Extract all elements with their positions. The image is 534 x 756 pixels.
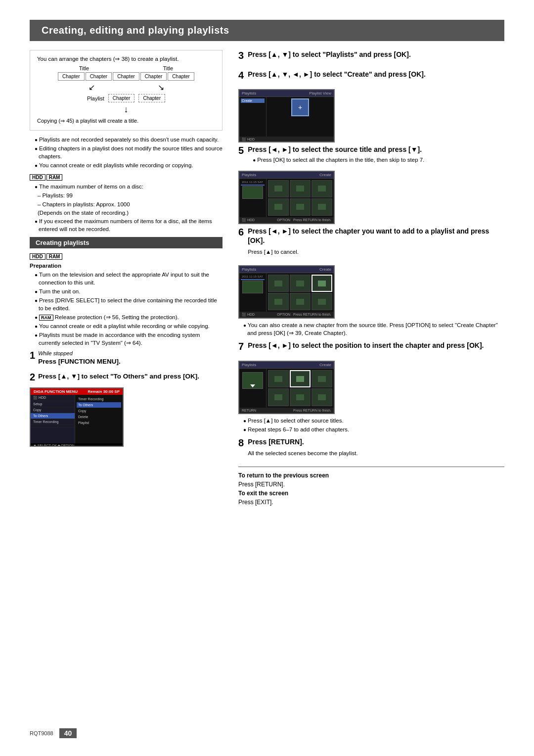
step-6-extra-notes: You can also create a new chapter from t… [238,321,504,337]
ram-badge: RAM [46,174,63,181]
step-6-text: Press [◄, ►] to select the chapter you w… [248,227,504,246]
ms-playlists-label: Playlists [242,91,256,95]
func-right-2: To Others [77,402,121,408]
step-7-note-1: Press [▲] to select other source titles. [243,417,504,425]
step-3-number: 3 [238,50,244,61]
notes-hdd-ram: The maximum number of items on a disc: –… [30,183,222,233]
function-menu-screen: DiGA FUNCTION MENU Remain 30:00 SP ⬛ HDD… [30,387,124,447]
step-8-text: Press [RETURN]. [248,437,504,447]
step-8-content: Press [RETURN]. All the selected scenes … [248,437,504,459]
ms-footer: ⬛ HDD [239,137,334,142]
step-6-extra-1: You can also create a new chapter from t… [243,321,504,337]
step-1-label: While stopped [38,350,222,356]
func-item-others: To Others [31,413,75,419]
diagram-intro: You can arrange the chapters (⇒ 38) to c… [37,55,215,62]
func-right-4: Delete [77,414,121,420]
ms-left-panel: Create [239,97,267,137]
ms5-thumb-2 [290,180,311,197]
hdd-badge-2: HDD [30,253,45,260]
section-creating-playlists: Creating playlists [30,237,222,248]
step-7: 7 Press [◄, ►] to select the position to… [238,341,504,353]
chapter-box-1: Chapter [58,72,85,81]
exit-text: Press [EXIT]. [238,499,273,506]
ms5-thumb-1 [268,180,289,197]
ms7-item-1 [241,370,265,371]
step-1-number: 1 [30,350,35,360]
diagram-arrows: ↙ ↘ [37,83,215,92]
ms5-header: Playlists Create [239,172,334,179]
func-item-copy: Copy [31,407,75,413]
func-menu-list: ⬛ HDD Setup Copy To Others Timer Recordi… [31,395,75,443]
ms7-thumb-5 [290,388,311,406]
ms6-header: Playlists Create [239,266,334,273]
func-right-1: Timer Recording [77,396,121,402]
step-7-number: 7 [238,341,244,352]
copy-text: Copying (⇒ 45) a playlist will create a … [37,118,215,124]
step-1-content: While stopped Press [FUNCTION MENU]. [38,350,222,367]
step-8-number: 8 [238,437,244,448]
func-right-3: Copy [77,408,121,414]
ms6-option: OPTION Press RETURN to finish. [277,313,331,317]
chapter-box-2: Chapter [86,72,112,81]
ms5-thumb-5 [290,198,311,216]
step-7-text: Press [◄, ►] to select the position to i… [248,341,504,351]
ram-badge-2: RAM [46,253,63,260]
func-bottom-bar: ▼ SELECT OK ■ OPTION [31,443,123,447]
chapter-box-3: Chapter [113,72,139,81]
page-number-area: RQT9088 40 [30,728,77,738]
dashed-chapter-2: Chapter [138,94,165,102]
step-7-notes: Press [▲] to select other source titles.… [238,417,504,433]
playlist-label: Playlist [87,95,104,101]
step-7-content: Press [◄, ►] to select the position to i… [248,341,504,353]
ms-body: Create + [239,97,334,137]
chapter-box-4: Chapter [140,72,167,81]
title-row: Title Title [37,65,215,71]
playlist-row: Playlist Chapter Chapter [37,94,215,102]
left-column: You can arrange the chapters (⇒ 38) to c… [30,50,222,507]
ms7-thumb-4 [268,388,289,406]
exceed-note: If you exceed the maximum numbers of ite… [35,217,222,233]
ms5-thumb-3 [312,180,332,197]
ms-item-3 [241,105,265,106]
step-3: 3 Press [▲, ▼] to select "Playlists" and… [238,50,504,62]
prep-1: Turn on the television and select the ap… [35,271,222,286]
ms5-create: Create [319,173,331,177]
chapter-box-5: Chapter [168,72,194,81]
return-label: To return to the previous screen [238,472,329,479]
diagram-box: You can arrange the chapters (⇒ 38) to c… [30,50,222,131]
ms6-body: 2011 11:15 SAT [239,273,334,312]
func-remain: Remain 30:00 SP [88,389,120,394]
ms6-footer: ⬛ HDD OPTION Press RETURN to finish. [239,312,334,318]
ms6-right [267,273,334,312]
ms6-item-sel [241,279,265,280]
ms7-thumb-1 [268,370,289,388]
func-brand: DiGA FUNCTION MENU [34,389,78,394]
ms5-thumb-4 [268,198,289,216]
step-1: 1 While stopped Press [FUNCTION MENU]. [30,350,222,367]
step-5-text: Press [◄, ►] to select the source title … [248,145,504,155]
ms7-thumb-2-sel [290,370,311,388]
right-column: 3 Press [▲, ▼] to select "Playlists" and… [238,50,504,507]
create-screen-7: Playlists Create [238,361,335,414]
prep-3: Press [DRIVE SELECT] to select the drive… [35,296,222,312]
step-3-text: Press [▲, ▼] to select "Playlists" and p… [248,50,504,60]
ms5-body: 2011 11:15 SAT [239,179,334,217]
title-label-2: Title [163,65,173,71]
ms7-create: Create [319,363,331,367]
ms-right-panel: + [267,97,334,137]
prep-6: Playlists must be made in accordance wit… [35,331,222,347]
ms5-footer: ⬛ HDD OPTION Press RETURN to finish. [239,217,334,223]
step-5: 5 Press [◄, ►] to select the source titl… [238,145,504,163]
create-screen-5: Playlists Create 2011 11:15 SAT [238,171,335,224]
return-text: Press [RETURN]. [238,481,285,488]
ms6-thumb-4 [268,293,289,310]
playlists-screen: Playlists Playlist View Create + [238,89,335,142]
step-4-number: 4 [238,70,244,81]
notes-top: Playlists are not recorded separately so… [30,136,222,169]
ms-header: Playlists Playlist View [239,90,334,97]
ms5-playlists: Playlists [242,173,256,177]
ms5-hdd: ⬛ HDD [242,218,255,222]
create-screen-6: Playlists Create 2011 11:15 SAT [238,265,335,319]
ms-playlist-view-label: Playlist View [309,91,331,95]
ms5-item-1: 2011 11:15 SAT [241,180,265,184]
